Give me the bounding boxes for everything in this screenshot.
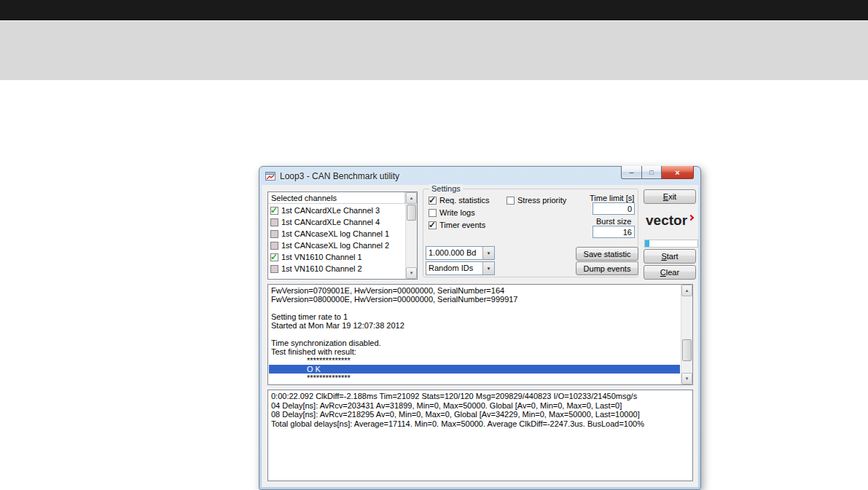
app-icon	[265, 170, 276, 182]
baudrate-value: 1.000.000 Bd	[429, 248, 476, 257]
checkbox-timer-events[interactable]: Timer events	[429, 221, 485, 229]
stats-output-box[interactable]: 0:00:22.092 ClkDiff=-2.188ms Tim=21092 S…	[267, 390, 693, 481]
log-content: FwVersion=0709001E, HwVersion=00000000, …	[269, 285, 680, 384]
channel-listbox: Selected channels 1st CANcardXLe Channel…	[267, 191, 418, 280]
log-line: Time synchronization disabled.	[271, 339, 680, 347]
clear-button[interactable]: Clear	[644, 265, 696, 280]
dump-events-button[interactable]: Dump events	[576, 261, 638, 275]
channel-checkbox[interactable]	[270, 207, 278, 215]
checkbox-box[interactable]	[429, 209, 437, 217]
stats-line: 0:00:22.092 ClkDiff=-2.188ms Tim=21092 S…	[271, 392, 689, 401]
log-line	[271, 304, 680, 312]
chevron-down-icon[interactable]: ▼	[482, 262, 494, 274]
start-button[interactable]: Start	[644, 249, 696, 264]
title-bar[interactable]: Loop3 - CAN Benchmark utility – □ ×	[259, 167, 700, 185]
channel-list-header: Selected channels	[268, 192, 405, 204]
log-line: Setting timer rate to 1	[271, 312, 680, 321]
progress-fill	[645, 240, 649, 247]
checkbox-box[interactable]	[429, 197, 437, 205]
vector-arrow-icon	[688, 214, 694, 220]
minimize-icon: –	[630, 168, 634, 176]
channel-label: 1st VN1610 Channel 1	[281, 253, 362, 261]
burst-size-label: Burst size	[596, 217, 631, 226]
log-line: Started at Mon Mar 19 12:07:38 2012	[271, 321, 680, 330]
checkbox-stress-priority[interactable]: Stress priority	[507, 196, 566, 205]
scrollbar-thumb[interactable]	[407, 205, 416, 221]
time-limit-label: Time limit [s]	[590, 194, 634, 202]
channel-row[interactable]: 1st CANcardXLe Channel 4	[268, 216, 405, 228]
channel-row[interactable]: 1st CANcaseXL log Channel 2	[268, 240, 405, 251]
burst-size-field[interactable]	[593, 226, 635, 238]
scroll-up-icon[interactable]: ▲	[406, 192, 417, 204]
stats-line: 04 Delay[ns]: AvRcv=203431 Av=31899, Min…	[271, 401, 689, 411]
stats-line: 08 Delay[ns]: AvRcv=218295 Av=0, Min=0, …	[271, 410, 689, 419]
channel-checkbox[interactable]	[270, 218, 278, 226]
channel-label: 1st VN1610 Channel 2	[281, 264, 362, 273]
vector-logo-text: vector	[646, 213, 687, 228]
channel-row[interactable]: 1st CANcardXLe Channel 3	[268, 205, 405, 216]
channel-scrollbar[interactable]: ▲ ▼	[405, 192, 417, 279]
save-statistic-button[interactable]: Save statistic	[576, 247, 638, 261]
checkbox-box[interactable]	[429, 221, 437, 229]
log-line-selected: O K	[269, 365, 680, 374]
baudrate-select[interactable]: 1.000.000 Bd ▼	[426, 246, 495, 260]
channel-row[interactable]: 1st VN1610 Channel 1	[268, 251, 405, 263]
log-output-box[interactable]: FwVersion=0709001E, HwVersion=00000000, …	[267, 284, 693, 385]
maximize-icon: □	[649, 169, 653, 176]
checkbox-write-logs[interactable]: Write logs	[429, 208, 475, 217]
channel-items: 1st CANcardXLe Channel 31st CANcardXLe C…	[268, 205, 405, 279]
vector-logo: vector	[646, 213, 693, 229]
channel-label: 1st CANcardXLe Channel 3	[281, 206, 380, 215]
channel-row[interactable]: 1st CANcaseXL log Channel 1	[268, 228, 405, 240]
channel-checkbox[interactable]	[270, 253, 278, 261]
checkbox-label: Timer events	[439, 221, 485, 229]
channel-label: 1st CANcaseXL log Channel 2	[281, 241, 389, 250]
stats-line: Total global delays[ns]: Average=17114. …	[271, 419, 689, 429]
top-dark-bar	[0, 0, 868, 20]
checkbox-box[interactable]	[507, 197, 515, 205]
close-icon: ×	[675, 168, 679, 177]
settings-group: Settings Req. statistics Write logs Time…	[423, 189, 638, 277]
log-line: **************	[271, 374, 680, 382]
log-scrollbar[interactable]: ▲ ▼	[681, 285, 692, 384]
log-line: FwVersion=0709001E, HwVersion=00000000, …	[271, 286, 680, 295]
exit-button[interactable]: Exit	[644, 189, 696, 204]
client-area: Selected channels 1st CANcardXLe Channel…	[262, 185, 698, 487]
window-controls: – □ ×	[621, 166, 694, 179]
window-title: Loop3 - CAN Benchmark utility	[280, 171, 399, 181]
id-mode-select[interactable]: Random IDs ▼	[426, 261, 495, 275]
gray-band	[0, 21, 868, 80]
channel-checkbox[interactable]	[270, 265, 278, 273]
channel-checkbox[interactable]	[270, 230, 278, 238]
scroll-down-icon[interactable]: ▼	[681, 373, 692, 384]
scrollbar-thumb[interactable]	[682, 339, 692, 361]
time-limit-field[interactable]	[593, 202, 635, 215]
scroll-up-icon[interactable]: ▲	[681, 285, 692, 296]
channel-row[interactable]: 1st VN1610 Channel 2	[268, 263, 405, 274]
app-window: Loop3 - CAN Benchmark utility – □ × Sele…	[259, 166, 701, 490]
checkbox-label: Write logs	[439, 208, 475, 217]
minimize-button[interactable]: –	[621, 166, 642, 179]
log-line: Test finished with result:	[271, 347, 680, 356]
channel-label: 1st CANcardXLe Channel 4	[281, 218, 380, 226]
progress-bar	[644, 240, 698, 248]
channel-checkbox[interactable]	[270, 242, 278, 250]
checkbox-req-statistics[interactable]: Req. statistics	[429, 196, 489, 205]
maximize-button[interactable]: □	[642, 166, 662, 179]
stats-content: 0:00:22.092 ClkDiff=-2.188ms Tim=21092 S…	[271, 392, 689, 428]
chevron-down-icon[interactable]: ▼	[482, 247, 494, 259]
close-button[interactable]: ×	[662, 166, 694, 179]
scroll-down-icon[interactable]: ▼	[406, 267, 417, 279]
id-mode-value: Random IDs	[429, 264, 473, 272]
log-line	[271, 330, 680, 339]
log-line: FwVersion=0800000E, HwVersion=00000000, …	[271, 295, 680, 304]
channel-label: 1st CANcaseXL log Channel 1	[281, 229, 389, 238]
checkbox-label: Req. statistics	[439, 196, 489, 205]
checkbox-label: Stress priority	[517, 196, 566, 205]
settings-group-label: Settings	[429, 184, 463, 193]
log-line: **************	[271, 356, 680, 365]
